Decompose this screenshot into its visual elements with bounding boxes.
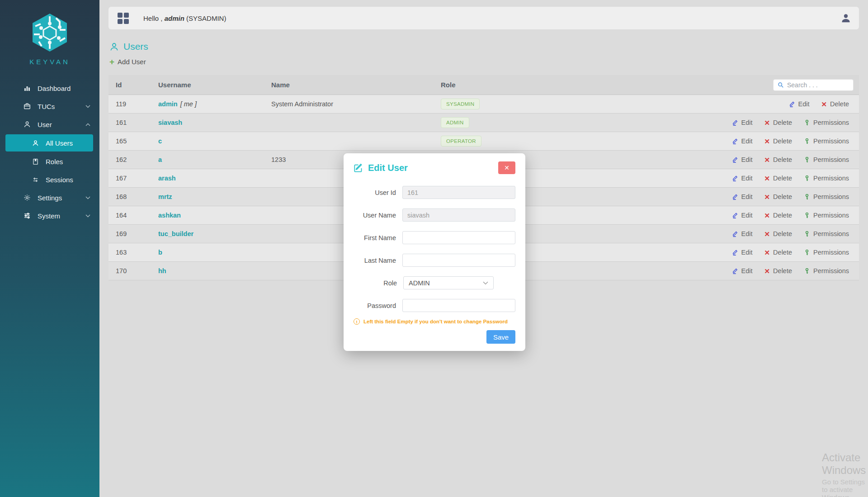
edit-button[interactable]: Edit [732, 193, 753, 200]
delete-button[interactable]: ✕ Delete [764, 137, 793, 145]
permissions-button[interactable]: Permissions [804, 137, 849, 145]
first-name-field[interactable] [402, 231, 515, 244]
table-header-row: Id Username Name Role [108, 75, 859, 95]
chevron-up-icon [85, 123, 90, 126]
edit-label: Edit [741, 175, 753, 182]
greeting-text: Hello , admin (SYSADMIN) [143, 14, 226, 22]
chevron-down-icon [85, 196, 90, 199]
sidebar-item-label: All Users [46, 139, 73, 147]
row-actions: Edit ✕ Delete Permissions [732, 267, 859, 275]
menu-grid-icon[interactable] [118, 13, 129, 24]
delete-x-icon: ✕ [764, 249, 770, 256]
delete-button[interactable]: ✕ Delete [764, 230, 793, 237]
password-field[interactable] [402, 299, 515, 312]
app-logo: KEYVAN [0, 0, 99, 66]
edit-label: Edit [741, 119, 753, 126]
table-row: 119 admin[ me ] System Administrator SYS… [108, 95, 859, 114]
account-icon[interactable] [840, 12, 852, 24]
permissions-button[interactable]: Permissions [804, 267, 849, 275]
row-username-link[interactable]: arash [158, 175, 176, 182]
watermark-title: Activate Windows [822, 451, 868, 477]
edit-button[interactable]: Edit [732, 212, 753, 219]
delete-button[interactable]: ✕ Delete [764, 119, 793, 126]
delete-label: Delete [773, 175, 792, 182]
edit-pencil-icon [789, 101, 795, 107]
page-head: Users [109, 41, 859, 52]
delete-button[interactable]: ✕ Delete [821, 100, 849, 108]
sidebar-item-user[interactable]: User [0, 115, 99, 133]
edit-button[interactable]: Edit [789, 100, 810, 108]
role-select[interactable]: ADMIN [403, 276, 494, 289]
permissions-label: Permissions [813, 193, 849, 200]
delete-x-icon: ✕ [764, 175, 770, 182]
row-actions: Edit ✕ Delete Permissions [732, 193, 859, 200]
sidebar-item-roles[interactable]: Roles [0, 152, 99, 170]
greeting-username: admin [165, 14, 184, 22]
row-username-link[interactable]: tuc_builder [158, 230, 193, 237]
first-name-row: First Name [354, 231, 515, 244]
key-icon [804, 156, 810, 163]
row-username-link[interactable]: mrtz [158, 193, 172, 200]
briefcase-icon [23, 103, 32, 110]
delete-button[interactable]: ✕ Delete [764, 156, 793, 163]
last-name-field[interactable] [402, 254, 515, 267]
row-username-link[interactable]: b [158, 249, 162, 256]
sidebar-item-all-users[interactable]: All Users [5, 134, 93, 151]
role-label: Role [354, 279, 397, 287]
page-title: Users [123, 41, 148, 52]
permissions-button[interactable]: Permissions [804, 119, 849, 126]
edit-button[interactable]: Edit [732, 267, 753, 275]
sidebar-item-label: Roles [46, 158, 63, 166]
row-id: 164 [108, 212, 158, 219]
sidebar-item-dashboard[interactable]: Dashboard [0, 79, 99, 97]
role-badge: OPERATOR [441, 136, 481, 147]
row-username-link[interactable]: hh [158, 267, 166, 275]
row-username-link[interactable]: a [158, 156, 162, 163]
delete-button[interactable]: ✕ Delete [764, 267, 793, 275]
delete-label: Delete [773, 156, 792, 163]
sidebar-item-sessions[interactable]: Sessions [0, 170, 99, 189]
permissions-button[interactable]: Permissions [804, 230, 849, 237]
chevron-down-icon [85, 105, 90, 108]
delete-button[interactable]: ✕ Delete [764, 212, 793, 219]
user-id-label: User Id [354, 189, 396, 196]
sidebar-item-settings[interactable]: Settings [0, 189, 99, 207]
sidebar-item-label: Settings [38, 194, 62, 202]
sidebar-item-tucs[interactable]: TUCs [0, 97, 99, 115]
warning-text: Left this field Empty if you don't want … [363, 319, 508, 324]
row-username-link[interactable]: admin [158, 100, 178, 108]
edit-button[interactable]: Edit [732, 175, 753, 182]
row-actions: Edit ✕ Delete Permissions [732, 175, 859, 182]
row-name: System Administrator [271, 100, 441, 108]
row-actions: Edit ✕ Delete Permissions [732, 137, 859, 145]
edit-button[interactable]: Edit [732, 230, 753, 237]
add-user-button[interactable]: + Add User [109, 57, 859, 66]
close-button[interactable]: ✕ [498, 161, 515, 174]
permissions-button[interactable]: Permissions [804, 249, 849, 256]
delete-x-icon: ✕ [764, 212, 770, 219]
search-input[interactable] [787, 81, 846, 89]
sidebar-item-system[interactable]: System [0, 207, 99, 225]
delete-button[interactable]: ✕ Delete [764, 175, 793, 182]
role-badge: SYSADMIN [441, 99, 480, 109]
permissions-button[interactable]: Permissions [804, 156, 849, 163]
edit-label: Edit [798, 100, 810, 108]
row-username-link[interactable]: ashkan [158, 212, 181, 219]
delete-button[interactable]: ✕ Delete [764, 249, 793, 256]
edit-button[interactable]: Edit [732, 249, 753, 256]
permissions-button[interactable]: Permissions [804, 175, 849, 182]
save-button[interactable]: Save [486, 330, 515, 344]
row-username-link[interactable]: c [158, 137, 162, 145]
delete-button[interactable]: ✕ Delete [764, 193, 793, 200]
permissions-button[interactable]: Permissions [804, 193, 849, 200]
edit-button[interactable]: Edit [732, 156, 753, 163]
row-username-link[interactable]: siavash [158, 119, 182, 126]
sidebar-item-label: TUCs [38, 103, 55, 110]
edit-button[interactable]: Edit [732, 119, 753, 126]
edit-button[interactable]: Edit [732, 137, 753, 145]
row-actions: Edit ✕ Delete Permissions [732, 249, 859, 256]
top-header-bar: Hello , admin (SYSADMIN) [108, 7, 859, 29]
permissions-label: Permissions [813, 137, 849, 145]
table-row: 165 c OPERATOR Edit ✕ Delete Perm [108, 132, 859, 151]
permissions-button[interactable]: Permissions [804, 212, 849, 219]
